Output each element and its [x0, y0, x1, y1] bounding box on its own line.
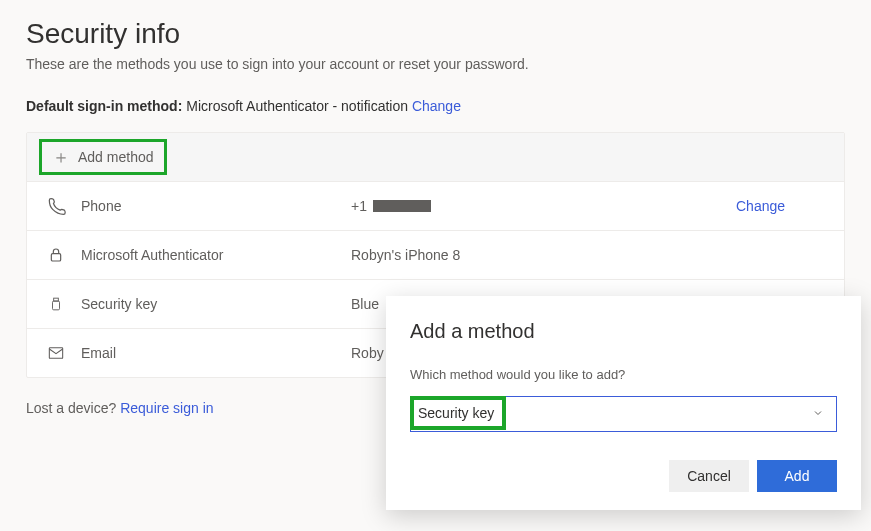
- usb-icon: [45, 293, 67, 315]
- default-method-value: Microsoft Authenticator - notification: [186, 98, 408, 114]
- default-signin-method: Default sign-in method: Microsoft Authen…: [26, 98, 845, 114]
- method-name: Microsoft Authenticator: [81, 247, 351, 263]
- add-method-row: ＋ Add method: [27, 133, 844, 182]
- method-select-value: Security key: [418, 405, 494, 421]
- page-subtitle: These are the methods you use to sign in…: [26, 56, 845, 72]
- phone-icon: [45, 195, 67, 217]
- change-default-method-link[interactable]: Change: [412, 98, 461, 114]
- phone-prefix: +1: [351, 198, 367, 214]
- plus-icon: ＋: [52, 148, 70, 166]
- svg-rect-0: [51, 254, 60, 261]
- page-title: Security info: [26, 18, 845, 50]
- mail-icon: [45, 342, 67, 364]
- svg-rect-3: [49, 348, 62, 359]
- add-method-button[interactable]: ＋ Add method: [39, 139, 167, 175]
- select-highlight: Security key: [410, 396, 506, 430]
- redacted-phone: [373, 200, 431, 212]
- add-button[interactable]: Add: [757, 460, 837, 492]
- method-name: Security key: [81, 296, 351, 312]
- method-row-authenticator: Microsoft Authenticator Robyn's iPhone 8: [27, 231, 844, 280]
- lost-device-text: Lost a device?: [26, 400, 116, 416]
- method-row-phone: Phone +1 Change: [27, 182, 844, 231]
- change-phone-link[interactable]: Change: [736, 198, 826, 214]
- add-method-dialog: Add a method Which method would you like…: [386, 296, 861, 510]
- add-method-label: Add method: [78, 149, 154, 165]
- method-detail: Robyn's iPhone 8: [351, 247, 736, 263]
- require-signin-link[interactable]: Require sign in: [120, 400, 213, 416]
- method-select[interactable]: Security key: [410, 396, 837, 432]
- chevron-down-icon: [812, 405, 824, 423]
- method-name: Phone: [81, 198, 351, 214]
- method-name: Email: [81, 345, 351, 361]
- dialog-prompt: Which method would you like to add?: [410, 367, 837, 382]
- dialog-title: Add a method: [410, 320, 837, 343]
- lock-icon: [45, 244, 67, 266]
- default-method-label: Default sign-in method:: [26, 98, 182, 114]
- svg-rect-2: [53, 301, 60, 310]
- cancel-button[interactable]: Cancel: [669, 460, 749, 492]
- dialog-actions: Cancel Add: [410, 460, 837, 492]
- method-detail: +1: [351, 198, 736, 214]
